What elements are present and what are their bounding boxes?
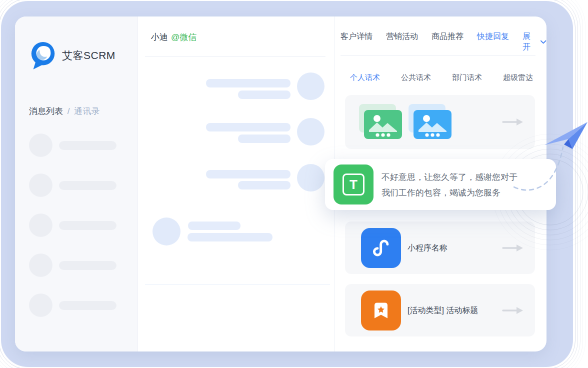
avatar-placeholder xyxy=(29,294,52,317)
quick-reply-card-activity[interactable]: [活动类型] 活动标题 xyxy=(345,284,535,336)
message-line-placeholder xyxy=(238,90,290,99)
brand-logo: 艾客SCRM xyxy=(30,40,116,70)
subtab-department-scripts[interactable]: 部门话术 xyxy=(452,73,482,82)
message-line-placeholder xyxy=(188,233,272,242)
arrow-right-icon[interactable] xyxy=(502,117,524,127)
conversation-list-item[interactable] xyxy=(15,174,138,198)
message-avatar-placeholder xyxy=(297,118,324,146)
brand-name: 艾客SCRM xyxy=(62,48,116,62)
text-placeholder xyxy=(59,261,116,270)
text-placeholder xyxy=(59,141,116,150)
chevron-down-icon xyxy=(540,40,546,44)
tab-divider xyxy=(340,55,536,56)
miniprogram-title: 小程序名称 xyxy=(408,242,448,253)
tab-customer-detail[interactable]: 客户详情 xyxy=(340,32,372,52)
quick-reply-preview-card[interactable]: T 不好意思，让您久等了，感谢您对于 我们工作的包容，竭诚为您服务 xyxy=(325,159,556,210)
chat-channel-badge: @微信 xyxy=(171,32,196,42)
quick-reply-text: 不好意思，让您久等了，感谢您对于 我们工作的包容，竭诚为您服务 xyxy=(382,170,518,200)
avatar-placeholder xyxy=(29,134,52,157)
tab-products[interactable]: 商品推荐 xyxy=(432,32,464,52)
message-line-placeholder xyxy=(188,222,240,230)
image-icon xyxy=(364,110,402,139)
tab-marketing[interactable]: 营销活动 xyxy=(386,32,418,52)
conversation-list-item[interactable] xyxy=(15,254,138,278)
message-avatar-placeholder xyxy=(152,218,180,246)
chat-input-divider xyxy=(145,284,330,284)
chat-header: 小迪@微信 xyxy=(151,32,196,43)
subtab-super-radar[interactable]: 超级雷达 xyxy=(503,73,533,82)
miniprogram-icon xyxy=(361,228,401,268)
brand-logo-icon xyxy=(30,40,56,70)
arrow-right-icon[interactable] xyxy=(502,243,524,253)
message-line-placeholder xyxy=(206,79,290,88)
image-icon xyxy=(414,110,452,139)
quick-reply-line1: 不好意思，让您久等了，感谢您对于 xyxy=(382,170,518,185)
subtab-public-scripts[interactable]: 公共话术 xyxy=(401,73,431,82)
avatar-placeholder xyxy=(29,254,52,277)
text-placeholder xyxy=(59,181,116,190)
chat-panel: 小迪@微信 xyxy=(138,16,334,352)
chat-contact-name: 小迪 xyxy=(151,32,168,42)
panel-tab-bar: 客户详情 营销活动 商品推荐 快捷回复 展开 xyxy=(340,32,546,52)
conversation-list-item[interactable] xyxy=(15,294,138,318)
quick-reply-card-miniprogram[interactable]: 小程序名称 xyxy=(345,222,535,274)
app-window: 艾客SCRM 消息列表 / 通讯录 xyxy=(0,0,588,368)
conversation-list-item[interactable] xyxy=(15,134,138,158)
avatar-placeholder xyxy=(29,214,52,237)
sidebar-tab-contacts[interactable]: 通讯录 xyxy=(74,106,100,116)
avatar-placeholder xyxy=(29,174,52,197)
arrow-right-icon[interactable] xyxy=(502,306,524,316)
sidebar-tab-separator: / xyxy=(68,106,70,116)
text-snippet-icon: T xyxy=(334,164,374,204)
quick-reply-line2: 我们工作的包容，竭诚为您服务 xyxy=(382,185,518,200)
text-placeholder xyxy=(59,301,116,310)
sidebar: 艾客SCRM 消息列表 / 通讯录 xyxy=(15,16,138,352)
subtab-personal-scripts[interactable]: 个人话术 xyxy=(350,73,380,82)
expand-label: 展开 xyxy=(522,32,538,52)
message-line-placeholder xyxy=(238,181,290,190)
expand-control[interactable]: 展开 xyxy=(522,32,546,52)
message-line-placeholder xyxy=(206,170,290,178)
message-avatar-placeholder xyxy=(297,72,324,100)
sidebar-tab-messages[interactable]: 消息列表 xyxy=(29,106,63,116)
conversation-list-item[interactable] xyxy=(15,214,138,238)
quick-reply-card-images[interactable] xyxy=(345,95,535,149)
sidebar-tab-bar: 消息列表 / 通讯录 xyxy=(29,106,100,117)
message-line-placeholder xyxy=(238,134,290,143)
subtab-bar: 个人话术 公共话术 部门话术 超级雷达 xyxy=(350,73,533,82)
message-avatar-placeholder xyxy=(297,164,324,192)
activity-bookmark-icon xyxy=(361,290,401,330)
activity-title: [活动类型] 活动标题 xyxy=(408,305,478,316)
image-thumb-blue xyxy=(408,104,452,140)
chat-header-divider xyxy=(145,56,326,56)
text-placeholder xyxy=(59,221,116,230)
image-thumb-green xyxy=(359,104,402,140)
tab-quick-reply[interactable]: 快捷回复 xyxy=(477,32,509,52)
message-line-placeholder xyxy=(206,123,290,132)
text-snippet-letter: T xyxy=(342,174,364,196)
